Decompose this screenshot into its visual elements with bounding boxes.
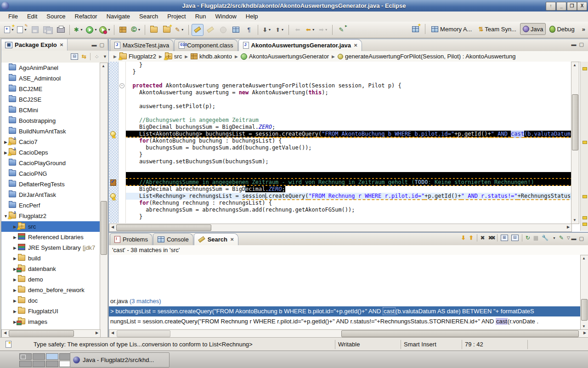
tree-item-images[interactable]: ▶images bbox=[1, 316, 100, 327]
menu-item-project[interactable]: Project bbox=[163, 12, 190, 22]
editor-tab-maxsizetest-java[interactable]: JMaxSizeTest.java bbox=[110, 39, 174, 51]
close-button[interactable]: X bbox=[577, 2, 587, 11]
tree-item-flugplatz2[interactable]: ▼JFlugplatz2 bbox=[1, 211, 100, 221]
tree-item-bcj2se[interactable]: BCJ2SE bbox=[1, 94, 100, 105]
last-edit-location-button[interactable]: ⬅ bbox=[292, 24, 304, 36]
tree-vscroll-thumb[interactable] bbox=[101, 201, 107, 255]
remove-all-matches-icon[interactable]: ✖✖ bbox=[488, 235, 494, 241]
breadcrumb-item-5[interactable]: generateAuswertungForPilot(Session, Pilo… bbox=[338, 53, 515, 60]
expand-arrow-icon[interactable]: ▶ bbox=[12, 246, 17, 250]
editor-horizontal-scrollbar[interactable]: ◀ ▶ bbox=[109, 224, 572, 232]
tab-close-icon[interactable]: ✕ bbox=[230, 237, 234, 242]
workspace-2[interactable] bbox=[33, 353, 45, 360]
search-marker[interactable] bbox=[582, 67, 587, 70]
tree-item-bootstrapping[interactable]: Bootstrapping bbox=[1, 115, 100, 126]
scroll-up-icon[interactable]: ▲ bbox=[571, 62, 578, 69]
editor-tab-component-class[interactable]: 010Component.class bbox=[174, 39, 237, 51]
tree-item-doc[interactable]: ▶doc bbox=[1, 295, 100, 306]
expand-all-icon[interactable]: ⊞ bbox=[501, 235, 508, 241]
editor-hscroll-thumb[interactable] bbox=[116, 224, 211, 231]
tree-item-src[interactable]: ▶src bbox=[1, 221, 100, 232]
forward-button[interactable]: ➡▼ bbox=[317, 24, 329, 36]
workspace-1[interactable] bbox=[19, 353, 32, 360]
view-minimize-icon[interactable]: ▬ bbox=[571, 236, 577, 242]
remove-match-icon[interactable]: ✖ bbox=[481, 235, 485, 241]
perspective-overflow-chevron[interactable]: » bbox=[582, 26, 585, 33]
expand-arrow-icon[interactable]: ▶ bbox=[12, 288, 17, 293]
code-editor[interactable]: } } protected AkontoAuswertung generateA… bbox=[126, 62, 571, 223]
breadcrumb-item-4[interactable]: AkontoAuswertungsGenerator bbox=[241, 53, 329, 60]
fold-collapse-icon[interactable]: − bbox=[119, 83, 124, 88]
scroll-down-icon[interactable]: ▼ bbox=[571, 217, 578, 224]
previous-annotation-button[interactable]: ⬆▼ bbox=[274, 24, 286, 36]
expand-arrow-icon[interactable]: ▶ bbox=[12, 299, 17, 303]
next-match-icon[interactable]: ⬇ bbox=[461, 235, 465, 241]
tree-item-cacioplayground[interactable]: CacioPlayGround bbox=[1, 158, 100, 168]
search-marker[interactable] bbox=[582, 216, 587, 219]
overview-ruler[interactable] bbox=[580, 62, 588, 231]
create-javadoc-button[interactable]: ✎▼ bbox=[174, 24, 186, 36]
package-explorer-tree[interactable]: AgoAnimPanelASE_AdmintoolBCJ2MEBCJ2SEBCM… bbox=[1, 63, 100, 368]
save-button[interactable] bbox=[29, 24, 41, 36]
taskbar-window-button[interactable]: Java - Flugplatz2/src/khd... bbox=[70, 352, 170, 368]
tree-item-bcmini[interactable]: BCMini bbox=[1, 105, 100, 115]
highlighter-button[interactable] bbox=[204, 24, 216, 36]
menu-item-file[interactable]: File bbox=[4, 12, 23, 22]
view-minimize-icon[interactable]: ▬ bbox=[92, 42, 97, 48]
back-button[interactable]: ⬅▼ bbox=[305, 24, 317, 36]
menu-item-run[interactable]: Run bbox=[191, 12, 211, 22]
format-button[interactable] bbox=[217, 24, 229, 36]
new-wizard-button[interactable]: +★▼ bbox=[3, 24, 15, 36]
menu-item-search[interactable]: Search bbox=[135, 12, 163, 22]
editor-vertical-scrollbar[interactable]: ▲ ▼ bbox=[571, 62, 579, 224]
quickfix-lightbulb-icon[interactable] bbox=[110, 131, 117, 138]
search-marker[interactable] bbox=[582, 141, 587, 144]
previous-match-icon[interactable]: ⬆ bbox=[469, 235, 473, 241]
tree-item-build[interactable]: ▶build bbox=[1, 253, 100, 264]
perspective-teamsyn[interactable]: ⇅Team Syn... bbox=[475, 23, 519, 35]
view-close-icon[interactable]: ✕ bbox=[60, 42, 63, 47]
view-maximize-icon[interactable]: ▢ bbox=[579, 236, 584, 242]
annotation-ruler[interactable] bbox=[109, 62, 119, 223]
view-menu-dots-icon[interactable]: ⁘ bbox=[94, 53, 99, 60]
search-result-match-row[interactable]: nungsList = session.createQuery("FROM Re… bbox=[109, 316, 580, 327]
view-maximize-icon[interactable]: ▢ bbox=[100, 42, 104, 48]
tree-item-caciodeps[interactable]: ▶JCacioDeps bbox=[1, 147, 100, 158]
search-marker[interactable] bbox=[582, 195, 587, 198]
search-history-icon[interactable]: ▦ bbox=[533, 235, 538, 241]
folding-ruler[interactable]: − bbox=[119, 62, 126, 223]
results-vertical-scrollbar[interactable]: ▲ ▼ bbox=[580, 255, 588, 330]
debug-run-button[interactable]: ▼ bbox=[99, 24, 111, 36]
open-type-button[interactable] bbox=[148, 24, 160, 36]
print-button[interactable] bbox=[55, 24, 67, 36]
search-jar-button[interactable]: ★ bbox=[161, 24, 173, 36]
tree-item-datenbank[interactable]: ▶datenbank bbox=[1, 264, 100, 274]
menu-item-source[interactable]: Source bbox=[42, 12, 70, 22]
perspective-memorya[interactable]: Memory A... bbox=[429, 23, 475, 35]
window-titlebar[interactable]: Java - Flugplatz2/src/khdb/akonto/Akonto… bbox=[0, 0, 588, 12]
tree-horizontal-scrollbar[interactable]: ◀ ▶ bbox=[1, 329, 101, 338]
breadcrumb-item-1[interactable]: Flugplatz2 bbox=[119, 53, 156, 60]
tree-item-caciopng[interactable]: CacioPNG bbox=[1, 168, 100, 179]
workspace-5[interactable] bbox=[19, 361, 32, 367]
scroll-up-icon[interactable]: ▲ bbox=[581, 255, 587, 262]
perspective-java[interactable]: Java bbox=[520, 23, 546, 35]
results-vscroll-thumb[interactable] bbox=[581, 299, 588, 321]
tree-item-jre-system-library[interactable]: ▶JRE System Library[jdk7 bbox=[1, 242, 100, 253]
scroll-down-icon[interactable]: ▼ bbox=[581, 323, 587, 330]
workspace-pager[interactable] bbox=[19, 353, 72, 367]
editor-vscroll-thumb[interactable] bbox=[572, 94, 578, 150]
expand-arrow-icon[interactable]: ▶ bbox=[12, 256, 17, 261]
scroll-up-icon[interactable]: ▲ bbox=[100, 63, 107, 69]
next-annotation-button[interactable]: ⬇▼ bbox=[261, 24, 273, 36]
results-hscroll-thumb-secondary[interactable] bbox=[117, 330, 170, 337]
save-all-button[interactable] bbox=[42, 24, 54, 36]
scroll-left-icon[interactable]: ◀ bbox=[109, 224, 116, 230]
new-java-class-button[interactable]: Ⓒ▼ bbox=[130, 24, 142, 36]
search-settings-icon[interactable]: 🔧 bbox=[542, 235, 548, 241]
tree-item-deflaterregtests[interactable]: DeflaterRegTests bbox=[1, 179, 100, 190]
expand-arrow-icon[interactable]: ▶ bbox=[12, 235, 17, 240]
breadcrumb-item-3[interactable]: khdb.akonto bbox=[191, 53, 232, 60]
external-tools-button[interactable]: ✱▼ bbox=[73, 24, 85, 36]
editor-maximize-icon[interactable]: ▢ bbox=[579, 41, 584, 47]
